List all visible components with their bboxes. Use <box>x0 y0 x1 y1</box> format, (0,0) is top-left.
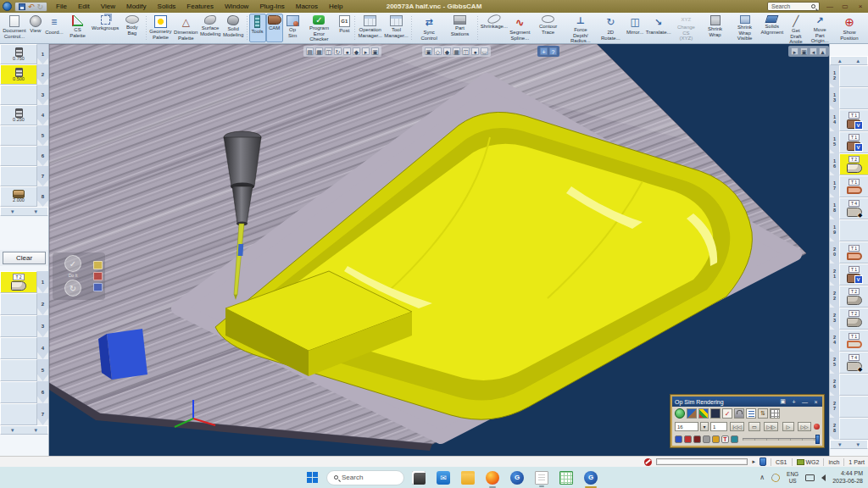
task-view-icon[interactable] <box>412 471 426 485</box>
float-panel-icon[interactable]: ▣ <box>779 398 787 405</box>
toolbar-document-control[interactable]: Document Control... <box>2 14 27 42</box>
menu-macros[interactable]: Macros <box>296 3 318 10</box>
view-tool-b-3-icon[interactable]: ◆ <box>443 47 451 55</box>
op-tile-left-3[interactable]: 3 <box>0 315 48 337</box>
toolbar-2d-rotate[interactable]: ↻2D Rotate... <box>596 14 625 42</box>
view-tool-1-icon[interactable]: ▤ <box>306 47 314 55</box>
speed-spinner[interactable]: ▾ <box>700 422 709 431</box>
toolbar-sync-control[interactable]: ⇄Sync Control <box>414 14 444 42</box>
mail-icon[interactable]: ✉ <box>437 471 450 485</box>
opsim-display-icon-5[interactable] <box>712 435 720 443</box>
view-tool-6-icon[interactable]: ◆ <box>353 47 360 55</box>
op-tile-25[interactable]: 2 5T 4 <box>830 352 868 374</box>
titlebar-search-input[interactable]: Search <box>767 2 820 11</box>
toolbar-dimension-palette[interactable]: △Dimension Palette <box>173 14 199 42</box>
opsim-display-icon-2[interactable] <box>684 435 692 443</box>
op-tile-14[interactable]: 1 4T 1 <box>830 109 868 131</box>
minimize-panel-icon[interactable]: — <box>801 399 809 405</box>
view-tool-b-7-icon[interactable]: ▭ <box>481 47 488 55</box>
scroll-up-icon[interactable]: ▲ <box>837 58 843 64</box>
workgroup-label[interactable]: WG2 <box>797 459 820 465</box>
step-count-input[interactable]: 1 <box>710 422 727 431</box>
view-tool-8-icon[interactable]: ▣ <box>371 47 379 55</box>
toolbar-operation-manager[interactable]: Operation Manager... <box>357 14 383 42</box>
scroll-end-icon[interactable]: ▼ <box>33 209 38 214</box>
opsim-oplist-icon[interactable] <box>746 408 756 419</box>
menu-view[interactable]: View <box>101 3 115 10</box>
scroll-down-icon[interactable]: ▼ <box>10 209 15 214</box>
tool-tile-5[interactable]: 5 <box>0 125 48 146</box>
pin-icon[interactable]: ▸ <box>752 458 755 465</box>
toolbar-move-part-origin[interactable]: ↗Move Part Origin... <box>807 14 832 42</box>
view-tool-b-6-icon[interactable]: ● <box>471 47 479 55</box>
op-tile-left-5[interactable]: 5 <box>0 359 48 381</box>
toolbar-shrink-wrap-visible[interactable]: Shrink Wrap Visible <box>730 14 760 42</box>
toolbar-force-depth-radius[interactable]: ⊥Force Depth/ Radius... <box>565 14 597 42</box>
tool-tile-8[interactable]: 2.0008 <box>0 186 48 207</box>
view-help-2-icon[interactable]: ? <box>549 47 557 55</box>
op-tile-23[interactable]: 2 3T 2 <box>830 308 868 330</box>
toolbar-get-draft-angle[interactable]: ╱Get Draft Angle <box>784 14 807 42</box>
restore-button[interactable]: ▭ <box>840 3 850 10</box>
app-icon[interactable] <box>3 2 12 11</box>
playback-stop-button[interactable]: ▭ <box>748 422 760 431</box>
do-it-button[interactable]: ✓ <box>64 255 81 272</box>
op-tile-27[interactable]: 2 7 <box>830 396 868 418</box>
op-tile-12[interactable]: 1 2 <box>830 65 868 87</box>
view-tool-7-icon[interactable]: ▸ <box>362 47 370 55</box>
toolbar-view[interactable]: View <box>27 14 44 42</box>
opsim-toolanim-icon[interactable] <box>710 408 721 419</box>
op-tile-18[interactable]: 1 8T 4 <box>830 197 868 219</box>
op-tile-28[interactable]: 2 8 <box>830 418 868 440</box>
playback-play-button[interactable]: ▷ <box>782 422 794 431</box>
view-tool-b-2-icon[interactable]: ◇ <box>434 47 442 55</box>
display-tray-icon[interactable] <box>805 474 815 481</box>
tool-tile-7[interactable]: 7 <box>0 166 48 186</box>
view-tool-2-icon[interactable]: ▦ <box>315 47 323 55</box>
close-panel-icon[interactable]: × <box>812 399 820 405</box>
menu-modify[interactable]: Modify <box>126 3 147 10</box>
toolbar-mirror[interactable]: ◫Mirror... <box>625 14 644 42</box>
redo-icon[interactable]: ↻ <box>37 3 44 11</box>
opsim-display-icon-6[interactable]: T <box>721 435 729 443</box>
toolbar-tools[interactable]: Tools <box>249 14 266 42</box>
view-tool-3-icon[interactable]: ◫ <box>325 47 332 55</box>
tool-tile-2[interactable]: 0.5002 <box>0 64 48 85</box>
toolbar-cs-palette[interactable]: CS Palette <box>64 14 91 42</box>
scroll-end-icon[interactable]: ▼ <box>837 442 843 447</box>
tool-tile-4[interactable]: 0.2504 <box>0 105 48 125</box>
menu-help[interactable]: Help <box>329 3 342 10</box>
record-icon[interactable] <box>814 424 820 430</box>
opsim-lock-icon[interactable] <box>734 408 744 419</box>
slider-thumb[interactable] <box>815 435 820 444</box>
view-tool-b-5-icon[interactable]: ◫ <box>462 47 470 55</box>
cut-part-icon[interactable] <box>93 272 103 280</box>
op-tile-left-2[interactable]: 2 <box>0 293 48 315</box>
op-tile-13[interactable]: 1 3 <box>830 87 868 109</box>
op-tile-16[interactable]: 1 6T 2 <box>830 153 868 175</box>
op-tile-20[interactable]: 2 0T 1 <box>830 241 868 263</box>
language-switcher[interactable]: ENGUS <box>787 471 798 483</box>
toolbar-op-sim[interactable]: Op Sim <box>283 14 303 42</box>
speaker-icon[interactable] <box>821 474 826 481</box>
view-help-1-icon[interactable]: + <box>540 47 548 55</box>
spreadsheet-app-icon[interactable] <box>559 471 573 485</box>
op-tile-21[interactable]: 2 1T 1 <box>830 263 868 286</box>
trash-icon[interactable] <box>760 458 766 466</box>
tool-tile-3[interactable]: 3 <box>0 85 48 105</box>
gibbscam-icon[interactable]: G <box>510 471 524 485</box>
toolbar-solid-modeling[interactable]: Solid Modeling <box>222 14 245 42</box>
clock[interactable]: 4:44 PM2023-06-28 <box>832 470 863 485</box>
op-tile-26[interactable]: 2 6 <box>830 374 868 396</box>
opsim-render-icon[interactable] <box>675 408 685 419</box>
menu-edit[interactable]: Edit <box>78 3 90 10</box>
op-list-scroll[interactable]: ▼▼ <box>0 425 48 435</box>
toolbar-post[interactable]: G1Post <box>336 14 353 42</box>
op-tile-left-6[interactable]: 6 <box>0 381 48 403</box>
opsim-verify-icon[interactable]: ✓ <box>722 408 732 419</box>
tool-list-scroll[interactable]: ▼▼ <box>0 207 48 216</box>
playback-fast-forward-button[interactable]: ▷▷ <box>798 422 810 431</box>
view-tool-5-icon[interactable]: ● <box>343 47 351 55</box>
view-tool-b-1-icon[interactable]: ▣ <box>425 47 432 55</box>
op-list-scroll-down[interactable]: ▼▼ <box>830 440 868 449</box>
